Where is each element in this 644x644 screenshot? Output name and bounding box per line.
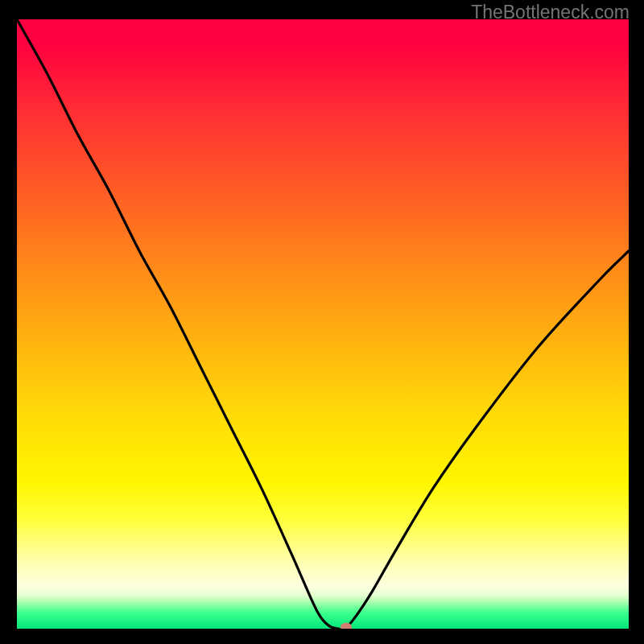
watermark-text: TheBottleneck.com	[471, 2, 630, 23]
optimum-marker	[341, 622, 352, 629]
bottleneck-curve	[17, 19, 629, 629]
chart-frame: TheBottleneck.com	[0, 0, 644, 644]
curve-svg	[17, 19, 629, 629]
plot-area	[17, 19, 629, 629]
